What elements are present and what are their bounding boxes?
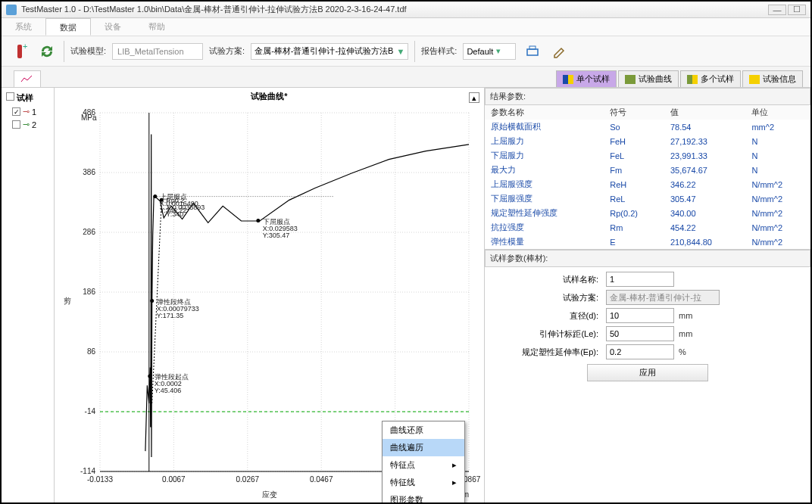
svg-point-50 bbox=[150, 299, 154, 303]
tab-multi-sample[interactable]: 多个试样 bbox=[680, 70, 741, 87]
menu-system[interactable]: 系统 bbox=[2, 18, 45, 36]
results-row: 规定塑性延伸强度Rp(0.2)340.00N/mm^2 bbox=[485, 206, 810, 220]
svg-text:286: 286 bbox=[83, 228, 95, 236]
svg-point-42 bbox=[153, 194, 157, 198]
results-row: 下屈服强度ReL305.47N/mm^2 bbox=[485, 191, 810, 206]
tab-single-sample[interactable]: 单个试样 bbox=[556, 70, 617, 87]
chart-mode-icon[interactable] bbox=[14, 70, 41, 87]
title-bar: TestMaster 1.0 - D:\TestMaster 1.0\bin\D… bbox=[2, 2, 810, 18]
sample-tree: 试样 ✓⊸1 ⊸2 bbox=[2, 88, 55, 502]
tab-label: 试验信息 bbox=[763, 73, 796, 85]
svg-text:剪: 剪 bbox=[64, 297, 71, 305]
submenu-arrow-icon: ▸ bbox=[452, 460, 457, 470]
checkbox-icon[interactable]: ✓ bbox=[12, 107, 20, 116]
results-col-header: 值 bbox=[664, 105, 745, 120]
minimize-button[interactable]: — bbox=[768, 5, 786, 15]
results-row: 下屈服力FeL23,991.33N bbox=[485, 148, 810, 163]
tab-test-curve[interactable]: 试验曲线 bbox=[618, 70, 679, 87]
tab-test-info[interactable]: 试验信息 bbox=[742, 70, 803, 87]
menu-help[interactable]: 帮助 bbox=[135, 18, 179, 36]
tab-strip: 单个试样 试验曲线 多个试样 试验信息 bbox=[2, 67, 810, 88]
param-input-2[interactable] bbox=[606, 308, 674, 323]
results-col-header: 符号 bbox=[604, 105, 664, 120]
maximize-button[interactable]: ☐ bbox=[788, 5, 806, 15]
results-col-header: 参数名称 bbox=[485, 105, 604, 120]
report-dropdown[interactable]: Default▾ bbox=[463, 43, 516, 60]
svg-text:Y:346.22: Y:346.22 bbox=[160, 207, 187, 214]
tree-item-2[interactable]: ⊸2 bbox=[5, 118, 51, 131]
apply-button[interactable]: 应用 bbox=[587, 364, 708, 381]
param-unit: % bbox=[674, 347, 686, 356]
results-row: 上屈服强度ReH346.22N/mm^2 bbox=[485, 177, 810, 191]
svg-text:-0.0133: -0.0133 bbox=[87, 475, 113, 484]
ctx-traverse-curve[interactable]: 曲线遍历 bbox=[383, 439, 464, 456]
context-menu: 曲线还原 曲线遍历 特征点▸ 特征线▸ 图形参数 保存图片 打印图片 bbox=[382, 421, 465, 504]
svg-text:MPa: MPa bbox=[81, 114, 97, 122]
param-label: 引伸计标距(Le): bbox=[492, 328, 606, 340]
menu-data[interactable]: 数据 bbox=[45, 18, 91, 36]
checkbox-icon[interactable] bbox=[12, 120, 20, 129]
svg-text:-114: -114 bbox=[80, 467, 95, 475]
edit-icon[interactable] bbox=[549, 41, 570, 62]
svg-text:0.0467: 0.0467 bbox=[310, 475, 333, 484]
results-row: 最大力Fm35,674.67N bbox=[485, 163, 810, 177]
svg-text:应变: 应变 bbox=[262, 490, 277, 499]
results-row: 抗拉强度Rm454.22N/mm^2 bbox=[485, 220, 810, 235]
svg-point-46 bbox=[256, 219, 260, 222]
tree-item-label: 2 bbox=[32, 120, 36, 129]
ctx-feature-line[interactable]: 特征线▸ bbox=[383, 474, 464, 491]
param-row: 试样名称: bbox=[492, 272, 803, 287]
svg-point-54 bbox=[148, 375, 151, 378]
model-field: LIB_MetalTension bbox=[112, 43, 203, 60]
svg-text:0.0267: 0.0267 bbox=[236, 475, 260, 484]
tab-color-icon bbox=[749, 75, 760, 84]
svg-text:Y:305.47: Y:305.47 bbox=[263, 232, 290, 239]
param-input-0[interactable] bbox=[606, 272, 674, 287]
svg-text:0.0067: 0.0067 bbox=[162, 475, 186, 484]
ctx-feature-point[interactable]: 特征点▸ bbox=[383, 456, 464, 474]
param-unit: mm bbox=[674, 329, 692, 338]
param-input-4[interactable] bbox=[606, 344, 674, 359]
sample-tool-icon[interactable]: + bbox=[9, 41, 30, 62]
results-col-header: 单位 bbox=[745, 105, 810, 120]
ctx-graph-params[interactable]: 图形参数 bbox=[383, 491, 464, 504]
tab-color-icon bbox=[687, 75, 698, 84]
tab-label: 单个试样 bbox=[576, 73, 610, 85]
param-input-3[interactable] bbox=[606, 326, 674, 341]
svg-text:86: 86 bbox=[87, 347, 96, 356]
svg-rect-2 bbox=[527, 49, 538, 55]
svg-rect-4 bbox=[20, 74, 35, 85]
tree-item-1[interactable]: ✓⊸1 bbox=[5, 105, 51, 118]
svg-text:386: 386 bbox=[83, 168, 95, 176]
tree-root-checkbox[interactable] bbox=[6, 92, 14, 101]
model-label: 试验模型: bbox=[70, 45, 106, 57]
chart-title: 试验曲线* bbox=[55, 88, 484, 105]
window-title: TestMaster 1.0 - D:\TestMaster 1.0\bin\D… bbox=[21, 4, 767, 15]
ctx-restore-curve[interactable]: 曲线还原 bbox=[383, 422, 464, 439]
param-label: 直径(d): bbox=[492, 310, 606, 322]
tab-label: 多个试样 bbox=[701, 73, 734, 85]
scheme-dropdown[interactable]: 金属-棒材-普通引伸计-拉伸试验方法B▼ bbox=[251, 43, 408, 60]
tab-color-icon bbox=[625, 75, 636, 84]
results-row: 弹性模量E210,844.80N/mm^2 bbox=[485, 235, 810, 249]
svg-text:186: 186 bbox=[83, 288, 95, 296]
submenu-arrow-icon: ▸ bbox=[452, 478, 457, 487]
right-panel: 结果参数: 参数名称符号值单位原始横截面积So78.54mm^2上屈服力FeH2… bbox=[485, 88, 810, 502]
param-row: 规定塑性延伸率(Ep):% bbox=[492, 344, 803, 359]
param-row: 试验方案: bbox=[492, 290, 803, 305]
app-icon bbox=[6, 5, 17, 15]
chart-panel: 试验曲线* ▴ -114-1486186286386486-0.01330.00… bbox=[55, 88, 485, 502]
chart-expand-icon[interactable]: ▴ bbox=[469, 92, 479, 103]
refresh-icon[interactable] bbox=[36, 41, 58, 62]
print-icon[interactable] bbox=[522, 41, 543, 62]
param-label: 试样名称: bbox=[492, 274, 606, 285]
svg-text:Y:171.35: Y:171.35 bbox=[157, 312, 184, 319]
menu-device[interactable]: 设备 bbox=[91, 18, 135, 36]
svg-text:Y:45.406: Y:45.406 bbox=[155, 387, 182, 394]
tab-color-icon bbox=[563, 75, 573, 84]
results-header: 结果参数: bbox=[485, 88, 810, 105]
tab-label: 试验曲线 bbox=[639, 73, 672, 85]
report-label: 报告样式: bbox=[421, 45, 457, 57]
chevron-down-icon: ▼ bbox=[396, 47, 404, 56]
param-input-1 bbox=[606, 290, 720, 305]
